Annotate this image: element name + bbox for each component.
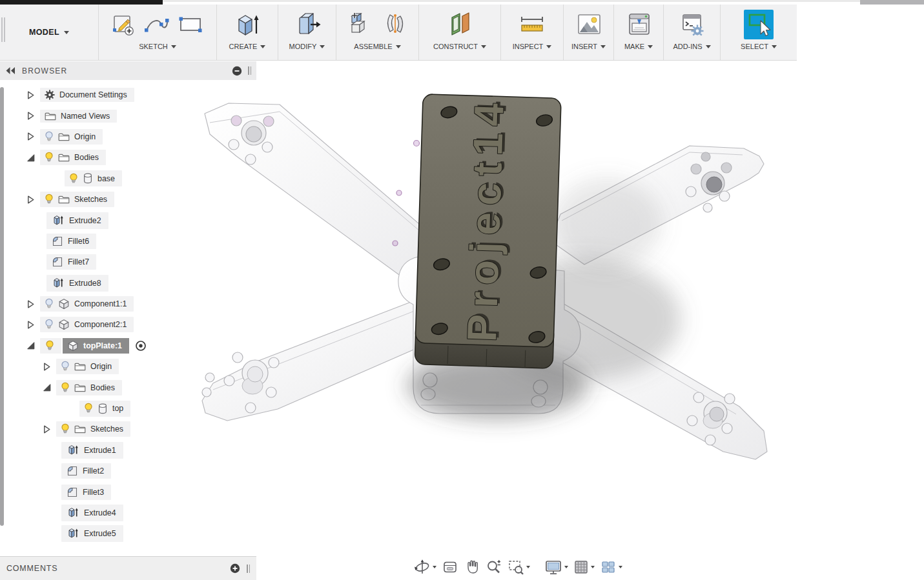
tree-row-bodies[interactable]: Bodies bbox=[0, 147, 256, 168]
tree-row-fillet7[interactable]: Fillet7 bbox=[0, 252, 256, 272]
expander-expanded-icon[interactable] bbox=[26, 341, 36, 350]
tree-row-extrude5[interactable]: Extrude5 bbox=[0, 523, 256, 544]
tree-row-extrude2[interactable]: Extrude2 bbox=[0, 210, 256, 230]
viewports-icon[interactable] bbox=[598, 558, 624, 576]
extrude-feature-icon bbox=[52, 277, 65, 290]
comments-panel[interactable]: COMMENTS bbox=[0, 556, 256, 580]
tree-row-top-body[interactable]: top bbox=[0, 398, 256, 419]
assemble-menu-button[interactable]: ASSEMBLE bbox=[351, 41, 403, 52]
tree-row-label: Extrude5 bbox=[84, 529, 116, 538]
folder-icon bbox=[74, 362, 86, 371]
tree-row-document-settings[interactable]: Document Settings bbox=[0, 85, 256, 105]
browser-header[interactable]: BROWSER bbox=[0, 61, 256, 80]
rectangle-icon[interactable] bbox=[176, 14, 205, 35]
visibility-bulb-on-icon[interactable] bbox=[45, 340, 54, 352]
visibility-bulb-on-icon[interactable] bbox=[45, 194, 54, 205]
make-menu-button[interactable]: MAKE bbox=[622, 41, 655, 52]
panel-grip[interactable] bbox=[247, 565, 250, 573]
assemble-menu-label: ASSEMBLE bbox=[354, 43, 392, 50]
tree-row-label: Component2:1 bbox=[74, 320, 127, 329]
tree-row-fillet2[interactable]: Fillet2 bbox=[0, 461, 256, 481]
visibility-bulb-on-icon[interactable] bbox=[84, 403, 93, 414]
plus-circle-icon[interactable] bbox=[230, 563, 240, 574]
tree-row-component2[interactable]: Component2:1 bbox=[0, 314, 256, 335]
expander-expanded-icon[interactable] bbox=[42, 383, 52, 392]
visibility-bulb-off-icon[interactable] bbox=[45, 131, 54, 143]
tree-row-named-views[interactable]: Named Views bbox=[0, 105, 256, 126]
workspace-switcher[interactable]: MODEL bbox=[0, 5, 98, 60]
tree-row-extrude4[interactable]: Extrude4 bbox=[0, 503, 256, 523]
expander-expanded-icon[interactable] bbox=[26, 153, 36, 163]
measure-icon[interactable] bbox=[517, 12, 548, 37]
inspect-menu-button[interactable]: INSPECT bbox=[510, 41, 555, 52]
insert-image-icon[interactable] bbox=[575, 12, 603, 37]
window-top-edge-dark bbox=[0, 0, 163, 5]
spline-icon[interactable] bbox=[142, 12, 170, 37]
create-menu-button[interactable]: CREATE bbox=[227, 41, 269, 52]
addins-menu-button[interactable]: ADD-INS bbox=[670, 41, 713, 52]
tree-row-topplate-sketches[interactable]: Sketches bbox=[0, 419, 256, 439]
toolbar-grip[interactable] bbox=[4, 17, 5, 42]
expander-collapsed-icon[interactable] bbox=[26, 132, 36, 141]
construction-plane-icon[interactable] bbox=[446, 11, 474, 38]
insert-menu-button[interactable]: INSERT bbox=[569, 41, 608, 52]
sketch-menu-button[interactable]: SKETCH bbox=[136, 41, 179, 52]
3d-print-icon[interactable] bbox=[624, 11, 653, 38]
fillet-feature-icon bbox=[52, 235, 63, 247]
tree-row-fillet3[interactable]: Fillet3 bbox=[0, 481, 256, 502]
expander-collapsed-icon[interactable] bbox=[42, 425, 52, 434]
visibility-bulb-on-icon[interactable] bbox=[69, 173, 78, 185]
visibility-bulb-on-icon[interactable] bbox=[61, 382, 70, 394]
inspect-menu-label: INSPECT bbox=[513, 43, 544, 50]
browser-scrollbar[interactable] bbox=[0, 87, 4, 526]
top-plate[interactable]: Project14 Project14 bbox=[415, 94, 561, 369]
tree-row-topplate-selected[interactable]: topPlate:1 bbox=[0, 335, 256, 356]
tree-row-topplate-origin[interactable]: Origin bbox=[0, 356, 256, 377]
toolbar-group-make: MAKE bbox=[613, 5, 663, 60]
collapse-panel-icon[interactable] bbox=[5, 66, 16, 75]
chevron-down-icon bbox=[260, 45, 265, 48]
tree-row-extrude1[interactable]: Extrude1 bbox=[0, 440, 256, 461]
tree-row-topplate-bodies[interactable]: Bodies bbox=[0, 377, 256, 397]
visibility-bulb-off-icon[interactable] bbox=[61, 361, 70, 372]
panel-grip[interactable] bbox=[248, 66, 251, 75]
tree-row-sketches[interactable]: Sketches bbox=[0, 189, 256, 210]
look-at-icon[interactable] bbox=[440, 557, 460, 577]
window-zoom-icon[interactable] bbox=[506, 557, 532, 577]
expander-collapsed-icon[interactable] bbox=[26, 111, 36, 121]
visibility-bulb-on-icon[interactable] bbox=[45, 152, 54, 163]
tree-row-fillet6[interactable]: Fillet6 bbox=[0, 231, 256, 252]
press-pull-icon[interactable] bbox=[293, 10, 322, 39]
orbit-icon[interactable] bbox=[412, 557, 438, 577]
visibility-bulb-off-icon[interactable] bbox=[45, 298, 54, 310]
minus-circle-icon[interactable] bbox=[232, 66, 242, 76]
tree-row-extrude8[interactable]: Extrude8 bbox=[0, 273, 256, 294]
expander-collapsed-icon[interactable] bbox=[26, 299, 36, 309]
pan-icon[interactable] bbox=[462, 557, 482, 577]
zoom-icon[interactable] bbox=[484, 557, 504, 577]
tree-row-base-body[interactable]: base bbox=[0, 168, 256, 189]
expander-collapsed-icon[interactable] bbox=[42, 362, 52, 372]
extrude-icon[interactable] bbox=[232, 10, 262, 39]
expander-collapsed-icon[interactable] bbox=[26, 90, 36, 100]
create-sketch-icon[interactable] bbox=[110, 11, 136, 38]
visibility-bulb-on-icon[interactable] bbox=[61, 423, 70, 435]
new-component-icon[interactable] bbox=[347, 10, 375, 39]
expander-collapsed-icon[interactable] bbox=[26, 195, 36, 205]
tree-row-component1[interactable]: Component1:1 bbox=[0, 294, 256, 314]
visibility-bulb-off-icon[interactable] bbox=[45, 319, 54, 330]
joint-icon[interactable] bbox=[381, 10, 408, 39]
selected-row-highlight: topPlate:1 bbox=[63, 338, 129, 354]
display-settings-icon[interactable] bbox=[542, 558, 570, 577]
select-menu-button[interactable]: SELECT bbox=[738, 41, 779, 52]
tree-row-origin[interactable]: Origin bbox=[0, 126, 256, 147]
activate-component-radio-icon[interactable] bbox=[135, 340, 147, 352]
grid-settings-icon[interactable] bbox=[571, 558, 597, 576]
construct-menu-button[interactable]: CONSTRUCT bbox=[431, 41, 489, 52]
expander-collapsed-icon[interactable] bbox=[26, 320, 36, 330]
modify-menu-button[interactable]: MODIFY bbox=[287, 41, 328, 52]
scripts-addins-icon[interactable] bbox=[678, 11, 706, 38]
select-cursor-icon[interactable] bbox=[744, 10, 774, 39]
toolbar-grip[interactable] bbox=[1, 17, 3, 42]
tree-row-label: Bodies bbox=[90, 383, 115, 392]
